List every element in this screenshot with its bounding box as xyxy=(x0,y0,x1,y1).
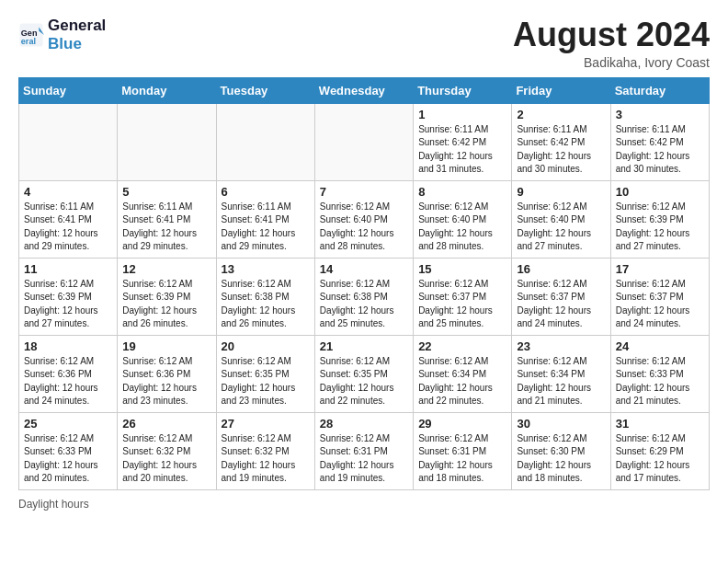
table-row: 19Sunrise: 6:12 AM Sunset: 6:36 PM Dayli… xyxy=(118,335,216,412)
weekday-header-row: Sunday Monday Tuesday Wednesday Thursday… xyxy=(19,77,710,103)
day-info: Sunrise: 6:12 AM Sunset: 6:35 PM Dayligh… xyxy=(222,355,310,408)
day-info: Sunrise: 6:12 AM Sunset: 6:37 PM Dayligh… xyxy=(616,278,704,331)
table-row: 17Sunrise: 6:12 AM Sunset: 6:37 PM Dayli… xyxy=(610,258,709,335)
table-row: 27Sunrise: 6:12 AM Sunset: 6:32 PM Dayli… xyxy=(216,412,314,489)
table-row: 22Sunrise: 6:12 AM Sunset: 6:34 PM Dayli… xyxy=(414,335,512,412)
day-number: 13 xyxy=(222,262,310,276)
table-row: 30Sunrise: 6:12 AM Sunset: 6:30 PM Dayli… xyxy=(512,412,610,489)
day-number: 18 xyxy=(24,339,112,353)
day-info: Sunrise: 6:12 AM Sunset: 6:31 PM Dayligh… xyxy=(320,432,408,486)
table-row: 10Sunrise: 6:12 AM Sunset: 6:39 PM Dayli… xyxy=(610,180,709,258)
day-number: 15 xyxy=(418,262,506,276)
day-number: 2 xyxy=(517,108,605,121)
logo-icon: Gen eral xyxy=(18,22,44,48)
table-row: 2Sunrise: 6:11 AM Sunset: 6:42 PM Daylig… xyxy=(512,103,610,180)
header: Gen eral General Blue August 2024 Badika… xyxy=(18,17,710,70)
day-number: 23 xyxy=(517,339,605,353)
day-info: Sunrise: 6:12 AM Sunset: 6:30 PM Dayligh… xyxy=(517,432,605,486)
week-row-4: 18Sunrise: 6:12 AM Sunset: 6:36 PM Dayli… xyxy=(19,335,710,412)
table-row: 21Sunrise: 6:12 AM Sunset: 6:35 PM Dayli… xyxy=(314,335,413,412)
day-info: Sunrise: 6:12 AM Sunset: 6:35 PM Dayligh… xyxy=(320,355,408,408)
table-row: 1Sunrise: 6:11 AM Sunset: 6:42 PM Daylig… xyxy=(414,103,512,180)
day-info: Sunrise: 6:11 AM Sunset: 6:41 PM Dayligh… xyxy=(222,201,310,254)
table-row: 29Sunrise: 6:12 AM Sunset: 6:31 PM Dayli… xyxy=(414,412,512,489)
page: Gen eral General Blue August 2024 Badika… xyxy=(0,0,728,520)
day-info: Sunrise: 6:11 AM Sunset: 6:42 PM Dayligh… xyxy=(517,123,605,177)
day-info: Sunrise: 6:12 AM Sunset: 6:39 PM Dayligh… xyxy=(616,201,704,254)
day-info: Sunrise: 6:12 AM Sunset: 6:39 PM Dayligh… xyxy=(122,278,210,331)
table-row: 25Sunrise: 6:12 AM Sunset: 6:33 PM Dayli… xyxy=(19,412,118,489)
day-info: Sunrise: 6:11 AM Sunset: 6:41 PM Dayligh… xyxy=(122,201,210,254)
logo: Gen eral General Blue xyxy=(18,17,106,52)
day-number: 3 xyxy=(616,108,704,121)
day-info: Sunrise: 6:12 AM Sunset: 6:38 PM Dayligh… xyxy=(320,278,408,331)
day-number: 10 xyxy=(616,185,704,199)
day-number: 29 xyxy=(418,417,506,431)
day-info: Sunrise: 6:12 AM Sunset: 6:32 PM Dayligh… xyxy=(122,432,210,486)
week-row-1: 1Sunrise: 6:11 AM Sunset: 6:42 PM Daylig… xyxy=(19,103,710,180)
table-row: 3Sunrise: 6:11 AM Sunset: 6:42 PM Daylig… xyxy=(610,103,709,180)
day-info: Sunrise: 6:12 AM Sunset: 6:29 PM Dayligh… xyxy=(616,432,704,486)
day-number: 14 xyxy=(320,262,408,276)
table-row: 5Sunrise: 6:11 AM Sunset: 6:41 PM Daylig… xyxy=(118,180,216,258)
day-number: 4 xyxy=(24,185,112,199)
day-info: Sunrise: 6:12 AM Sunset: 6:40 PM Dayligh… xyxy=(320,201,408,254)
day-info: Sunrise: 6:12 AM Sunset: 6:34 PM Dayligh… xyxy=(517,355,605,408)
day-info: Sunrise: 6:12 AM Sunset: 6:32 PM Dayligh… xyxy=(222,432,310,486)
day-number: 31 xyxy=(616,417,704,431)
week-row-2: 4Sunrise: 6:11 AM Sunset: 6:41 PM Daylig… xyxy=(19,180,710,258)
table-row: 8Sunrise: 6:12 AM Sunset: 6:40 PM Daylig… xyxy=(414,180,512,258)
day-info: Sunrise: 6:11 AM Sunset: 6:42 PM Dayligh… xyxy=(418,123,506,177)
table-row xyxy=(118,103,216,180)
day-info: Sunrise: 6:11 AM Sunset: 6:41 PM Dayligh… xyxy=(24,201,112,254)
table-row xyxy=(314,103,413,180)
table-row: 12Sunrise: 6:12 AM Sunset: 6:39 PM Dayli… xyxy=(118,258,216,335)
table-row: 26Sunrise: 6:12 AM Sunset: 6:32 PM Dayli… xyxy=(118,412,216,489)
table-row: 20Sunrise: 6:12 AM Sunset: 6:35 PM Dayli… xyxy=(216,335,314,412)
svg-text:eral: eral xyxy=(21,36,36,45)
day-number: 25 xyxy=(24,417,112,431)
daylight-label: Daylight hours xyxy=(18,498,89,511)
day-number: 24 xyxy=(616,339,704,353)
table-row: 15Sunrise: 6:12 AM Sunset: 6:37 PM Dayli… xyxy=(414,258,512,335)
header-sunday: Sunday xyxy=(19,77,118,103)
day-number: 12 xyxy=(122,262,210,276)
table-row: 23Sunrise: 6:12 AM Sunset: 6:34 PM Dayli… xyxy=(512,335,610,412)
day-info: Sunrise: 6:12 AM Sunset: 6:40 PM Dayligh… xyxy=(418,201,506,254)
title-block: August 2024 Badikaha, Ivory Coast xyxy=(513,17,710,70)
day-info: Sunrise: 6:12 AM Sunset: 6:31 PM Dayligh… xyxy=(418,432,506,486)
week-row-5: 25Sunrise: 6:12 AM Sunset: 6:33 PM Dayli… xyxy=(19,412,710,489)
day-info: Sunrise: 6:12 AM Sunset: 6:37 PM Dayligh… xyxy=(418,278,506,331)
day-info: Sunrise: 6:12 AM Sunset: 6:40 PM Dayligh… xyxy=(517,201,605,254)
location: Badikaha, Ivory Coast xyxy=(513,55,710,70)
day-number: 8 xyxy=(418,185,506,199)
day-number: 22 xyxy=(418,339,506,353)
day-info: Sunrise: 6:12 AM Sunset: 6:37 PM Dayligh… xyxy=(517,278,605,331)
day-number: 30 xyxy=(517,417,605,431)
table-row: 6Sunrise: 6:11 AM Sunset: 6:41 PM Daylig… xyxy=(216,180,314,258)
header-wednesday: Wednesday xyxy=(314,77,413,103)
day-number: 9 xyxy=(517,185,605,199)
day-number: 21 xyxy=(320,339,408,353)
day-number: 28 xyxy=(320,417,408,431)
table-row: 4Sunrise: 6:11 AM Sunset: 6:41 PM Daylig… xyxy=(19,180,118,258)
table-row: 7Sunrise: 6:12 AM Sunset: 6:40 PM Daylig… xyxy=(314,180,413,258)
day-info: Sunrise: 6:12 AM Sunset: 6:36 PM Dayligh… xyxy=(122,355,210,408)
table-row: 18Sunrise: 6:12 AM Sunset: 6:36 PM Dayli… xyxy=(19,335,118,412)
day-info: Sunrise: 6:12 AM Sunset: 6:36 PM Dayligh… xyxy=(24,355,112,408)
table-row: 13Sunrise: 6:12 AM Sunset: 6:38 PM Dayli… xyxy=(216,258,314,335)
table-row: 31Sunrise: 6:12 AM Sunset: 6:29 PM Dayli… xyxy=(610,412,709,489)
day-number: 17 xyxy=(616,262,704,276)
logo-text: General Blue xyxy=(48,17,106,52)
header-monday: Monday xyxy=(118,77,216,103)
day-info: Sunrise: 6:12 AM Sunset: 6:33 PM Dayligh… xyxy=(24,432,112,486)
table-row: 11Sunrise: 6:12 AM Sunset: 6:39 PM Dayli… xyxy=(19,258,118,335)
day-info: Sunrise: 6:11 AM Sunset: 6:42 PM Dayligh… xyxy=(616,123,704,177)
day-number: 11 xyxy=(24,262,112,276)
month-title: August 2024 xyxy=(513,17,710,53)
header-friday: Friday xyxy=(512,77,610,103)
day-number: 16 xyxy=(517,262,605,276)
footer: Daylight hours xyxy=(18,498,710,511)
day-info: Sunrise: 6:12 AM Sunset: 6:39 PM Dayligh… xyxy=(24,278,112,331)
day-info: Sunrise: 6:12 AM Sunset: 6:33 PM Dayligh… xyxy=(616,355,704,408)
